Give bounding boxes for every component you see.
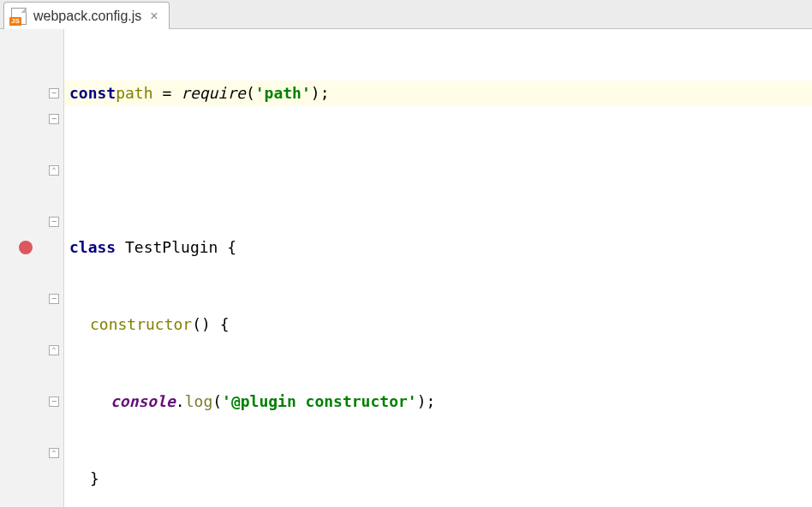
fold-end-icon[interactable] — [49, 345, 59, 355]
code-editor[interactable]: const path = require('path'); class Test… — [0, 29, 812, 507]
fold-end-icon[interactable] — [49, 448, 59, 458]
code-line[interactable]: constructor() { — [64, 312, 812, 337]
file-tab[interactable]: JS webpack.config.js × — [3, 2, 170, 29]
tab-filename: webpack.config.js — [33, 9, 141, 24]
gutter[interactable] — [0, 29, 64, 507]
code-line[interactable]: const path = require('path'); — [64, 81, 812, 106]
close-icon[interactable]: × — [148, 9, 159, 24]
fold-end-icon[interactable] — [49, 165, 59, 176]
code-area[interactable]: const path = require('path'); class Test… — [64, 29, 812, 507]
fold-marker-icon[interactable] — [49, 88, 59, 98]
js-file-icon: JS — [11, 8, 27, 25]
code-line[interactable]: console.log('@plugin constructor'); — [64, 389, 812, 415]
breakpoint-icon[interactable] — [19, 241, 33, 254]
fold-marker-icon[interactable] — [49, 114, 59, 124]
fold-marker-icon[interactable] — [49, 294, 59, 304]
tab-bar: JS webpack.config.js × — [0, 0, 812, 29]
code-line[interactable]: } — [64, 466, 812, 492]
fold-marker-icon[interactable] — [49, 217, 59, 227]
fold-marker-icon[interactable] — [49, 397, 59, 407]
code-line[interactable] — [64, 158, 812, 183]
code-line[interactable]: class TestPlugin { — [64, 235, 812, 260]
